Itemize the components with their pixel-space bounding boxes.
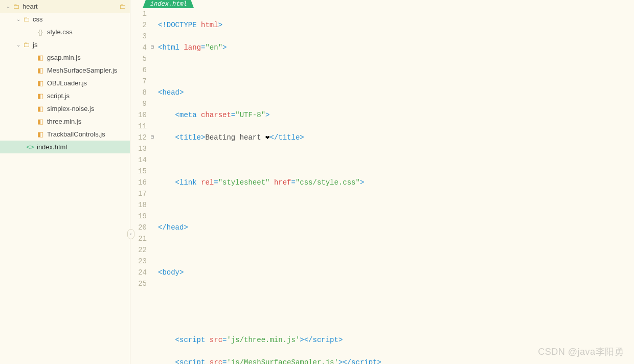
line-number-gutter: 12345 678910 1112131415 1617181920 21222…	[130, 8, 151, 364]
tree-label: OBJLoader.js	[47, 79, 87, 87]
watermark: CSDN @java李阳勇	[538, 346, 624, 358]
js-file-icon: ◧	[36, 118, 45, 125]
tree-label: style.css	[47, 28, 73, 36]
js-file-icon: ◧	[36, 130, 45, 138]
tab-index-html[interactable]: index.html	[143, 0, 194, 8]
tree-file-trackball[interactable]: ◧ TrackballControls.js	[0, 128, 130, 141]
html-file-icon: <>	[26, 143, 35, 151]
editor-area: index.html 12345 678910 1112131415 16171…	[130, 0, 634, 364]
tree-label: three.min.js	[47, 118, 81, 125]
tree-label: heart	[22, 3, 38, 10]
tree-file-index-html[interactable]: <> index.html	[0, 141, 130, 153]
file-tree-sidebar: ⌄ 🗀 heart 🗀 ⌄ 🗀 css {} style.css ⌄ 🗀 js …	[0, 0, 130, 364]
folder-open-icon: 🗀	[21, 41, 31, 49]
js-file-icon: ◧	[36, 54, 45, 61]
code-editor[interactable]: 12345 678910 1112131415 1617181920 21222…	[130, 8, 634, 364]
tree-file-gsap[interactable]: ◧ gsap.min.js	[0, 51, 130, 64]
chevron-down-icon: ⌄	[15, 16, 21, 22]
fold-icon[interactable]: ⊟	[151, 132, 158, 143]
chevron-down-icon: ⌄	[5, 4, 11, 9]
js-file-icon: ◧	[36, 66, 45, 74]
chevron-down-icon: ⌄	[15, 42, 21, 48]
js-file-icon: ◧	[36, 105, 45, 112]
tree-label: index.html	[37, 143, 67, 151]
folder-icon: 🗀	[119, 3, 126, 10]
tree-folder-css[interactable]: ⌄ 🗀 css	[0, 13, 130, 26]
tree-label: gsap.min.js	[47, 54, 81, 61]
fold-gutter: ⊟ ⊟	[151, 8, 158, 364]
tree-label: js	[33, 41, 37, 49]
folder-open-icon: 🗀	[11, 3, 20, 10]
tree-file-simplex[interactable]: ◧ simplex-noise.js	[0, 102, 130, 115]
code-content[interactable]: <!DOCTYPE html> <html lang="en"> <head> …	[158, 8, 634, 364]
tree-folder-js[interactable]: ⌄ 🗀 js	[0, 38, 130, 51]
sidebar-collapse-handle[interactable]: ‹	[127, 229, 134, 239]
tree-file-objloader[interactable]: ◧ OBJLoader.js	[0, 77, 130, 89]
tree-file-mesh[interactable]: ◧ MeshSurfaceSampler.js	[0, 64, 130, 77]
tree-label: css	[33, 15, 43, 23]
fold-icon[interactable]: ⊟	[151, 42, 158, 53]
tree-label: simplex-noise.js	[47, 105, 94, 112]
folder-open-icon: 🗀	[21, 15, 31, 23]
tree-file-three[interactable]: ◧ three.min.js	[0, 115, 130, 128]
tree-file-style-css[interactable]: {} style.css	[0, 26, 130, 38]
tree-file-script[interactable]: ◧ script.js	[0, 89, 130, 102]
js-file-icon: ◧	[36, 79, 45, 87]
tab-bar: index.html	[130, 0, 634, 8]
tree-label: script.js	[47, 92, 70, 100]
tree-folder-heart[interactable]: ⌄ 🗀 heart 🗀	[0, 0, 130, 13]
tree-label: TrackballControls.js	[47, 130, 105, 138]
js-file-icon: ◧	[36, 92, 45, 100]
tree-label: MeshSurfaceSampler.js	[47, 66, 117, 74]
css-file-icon: {}	[36, 28, 45, 36]
